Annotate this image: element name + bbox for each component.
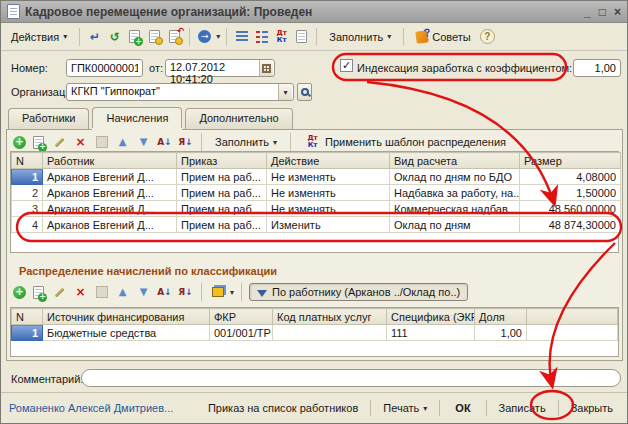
tab-accruals[interactable]: Начисления [92,107,182,128]
separator [290,133,291,151]
window-title: Кадровое перемещение организаций: Провед… [25,5,579,19]
chevron-down-icon: ▾ [387,32,391,41]
distribution-toolbar: + + × ▲ ▼ А↓ Я↓ ▾ По работнику (Арканов … [10,281,619,303]
distribution-section-title: Распределение начислений по классификаци… [19,265,277,277]
new-document-icon[interactable]: + [126,28,143,45]
chevron-down-icon: ▾ [63,32,67,41]
table-row[interactable]: 1 Бюджетные средства 001/001/ТР 111 1,00 [12,325,618,341]
add-row-icon[interactable]: + [13,136,26,149]
maximize-button[interactable]: □ [599,5,606,19]
chevron-down-icon: ▾ [283,88,287,97]
separator [79,28,80,46]
document-icon [7,4,20,19]
number-label: Номер: [11,62,48,74]
separator [439,400,440,416]
accruals-panel: + + × ▲ ▼ А↓ Я↓ Заполнить ▾ ДтКт Примени… [6,129,623,361]
separator [201,133,202,151]
chevron-down-icon[interactable]: ▾ [230,288,234,297]
close-button[interactable]: × [614,5,621,19]
sort-desc-icon[interactable]: Я↓ [177,134,194,151]
table-row-highlighted[interactable]: 4 Арканов Евгений Д... Прием на раб... И… [12,217,621,233]
separator [403,28,404,46]
tips-button[interactable]: Советы [410,28,476,46]
list-settings-icon[interactable] [209,284,226,301]
title-bar: Кадровое перемещение организаций: Провед… [1,1,627,23]
reread-icon[interactable]: ↵ [86,28,103,45]
fill-menu-button[interactable]: Заполнить ▾ [323,28,397,46]
posting-report-icon[interactable] [293,28,310,45]
comment-input[interactable] [81,369,621,387]
filter-by-worker-button[interactable]: По работнику (Арканов ../Оклад по..) [249,283,468,301]
actions-menu-button[interactable]: Действия ▾ [5,28,73,46]
move-down-icon[interactable]: ▼ [135,134,152,151]
indexation-checkbox[interactable]: ✓ [340,59,353,72]
chevron-down-icon[interactable]: ▾ [216,32,220,41]
separator [241,283,242,301]
tab-bar: Работники Начисления Дополнительно [8,108,293,129]
close-form-button[interactable]: Закрыть [565,399,619,417]
sort-asc-icon[interactable]: А↓ [156,284,173,301]
table-header-row: N Источник финансирования ФКР Код платны… [12,309,618,325]
distribution-table: N Источник финансирования ФКР Код платны… [10,307,619,357]
goto-icon[interactable]: → [196,28,213,45]
fill-table-button[interactable]: Заполнить ▾ [209,133,283,151]
save-button[interactable]: Записать [493,399,552,417]
list-icon[interactable] [233,28,250,45]
print-button[interactable]: Печать ▾ [377,399,433,417]
date-input[interactable]: 12.07.2012 10:41:20 [165,59,275,77]
chevron-down-icon: ▾ [273,138,277,147]
tab-workers[interactable]: Работники [8,108,89,129]
responsible-link[interactable]: Романенко Алексей Дмитриев... [9,402,173,414]
document-window: Кадровое перемещение организаций: Провед… [0,0,628,424]
refresh-icon[interactable]: ↺ [106,28,123,45]
organization-input[interactable]: КГКП "Гиппократ" ▾ [66,83,294,101]
move-down-icon[interactable]: ▼ [135,284,152,301]
table-row[interactable]: 1 Арканов Евгений Д... Прием на раб... Н… [12,169,621,185]
order-list-button[interactable]: Приказ на список работников [202,399,364,417]
magnifier-icon [301,88,309,96]
separator [226,28,227,46]
copy-row-icon[interactable]: + [30,134,47,151]
ok-button[interactable]: ОК [446,399,479,417]
separator [486,400,487,416]
calendar-icon [262,64,271,73]
date-label: от: [149,62,163,74]
number-input[interactable] [66,59,143,77]
table-row[interactable]: 3 Арканов Евгений Д... Прием на раб... Н… [12,201,621,217]
main-toolbar: Действия ▾ ↵ ↺ + ↶ → ▾ Дт Кт Заполнить ▾… [1,23,627,51]
move-up-icon[interactable]: ▲ [114,284,131,301]
comment-label: Комментарий: [11,373,83,385]
indexation-label: Индексация заработка с коэффициентом: [357,62,572,74]
edit-row-icon[interactable] [51,134,68,151]
accruals-table: N Работник Приказ Действие Вид расчета Р… [10,151,619,253]
table-header-row: N Работник Приказ Действие Вид расчета Р… [12,153,621,169]
help-icon[interactable]: ? [480,29,495,44]
separator [201,283,202,301]
post-document-icon[interactable] [146,28,163,45]
calendar-button[interactable] [259,60,273,76]
separator [558,400,559,416]
move-up-icon[interactable]: ▲ [114,134,131,151]
checklist-icon[interactable] [253,28,270,45]
separator [189,28,190,46]
organization-lookup-button[interactable] [297,83,312,101]
unpost-document-icon[interactable]: ↶ [166,28,183,45]
delete-row-icon[interactable]: × [72,284,89,301]
table-row[interactable]: 2 Арканов Евгений Д... Прием на раб... Н… [12,185,621,201]
tips-book-icon [415,30,429,44]
add-row-icon[interactable]: + [13,286,26,299]
funnel-icon [257,290,267,297]
dt-kt-icon[interactable]: Дт Кт [273,28,290,45]
end-edit-icon-disabled [93,284,110,301]
coefficient-input[interactable] [573,59,621,77]
sort-desc-icon[interactable]: Я↓ [177,284,194,301]
tab-additional[interactable]: Дополнительно [185,108,292,129]
dt-kt-icon: ДтКт [304,134,321,151]
organization-dropdown-button[interactable]: ▾ [278,84,292,100]
copy-row-icon[interactable]: + [30,284,47,301]
sort-asc-icon[interactable]: А↓ [156,134,173,151]
edit-row-icon[interactable] [51,284,68,301]
minimize-button[interactable]: _ [584,5,591,19]
separator [370,400,371,416]
delete-row-icon[interactable]: × [72,134,89,151]
